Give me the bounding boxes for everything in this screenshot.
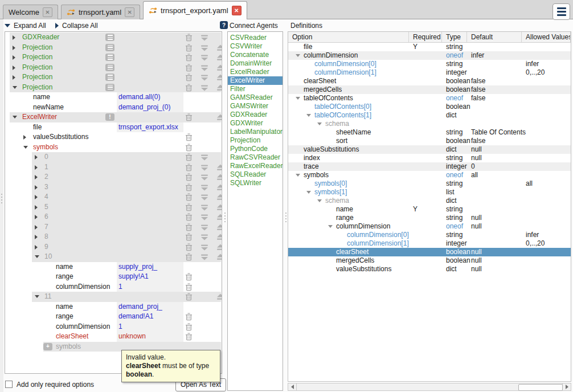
definitions-row[interactable]: columnDimension[1]integer0,..,20 xyxy=(288,68,571,77)
move-up-icon[interactable] xyxy=(216,64,222,72)
warning-icon[interactable]: ! xyxy=(105,113,114,121)
list-icon[interactable] xyxy=(105,44,114,51)
definitions-row[interactable]: indexstringnull xyxy=(288,154,571,162)
agent-item-projection[interactable]: Projection xyxy=(228,136,283,145)
agents-defs-splitter[interactable] xyxy=(284,31,287,391)
definitions-row[interactable]: valueSubstitutionsdictnull xyxy=(288,145,571,154)
chevron-right-icon[interactable] xyxy=(35,185,38,190)
definitions-row[interactable]: symbolsoneofall xyxy=(288,171,571,179)
move-up-icon[interactable] xyxy=(216,233,222,241)
chevron-right-icon[interactable] xyxy=(23,135,26,140)
agent-item-excelwriter[interactable]: ExcelWriter xyxy=(228,76,283,85)
option-value[interactable]: 1 xyxy=(117,282,183,292)
expand-all-button[interactable]: Expand All xyxy=(5,19,46,31)
chevron-right-icon[interactable] xyxy=(13,35,15,40)
tree-row[interactable]: 4 xyxy=(5,192,222,202)
agent-item-gamsreader[interactable]: GAMSReader xyxy=(228,93,283,102)
hamburger-menu-button[interactable] xyxy=(552,3,570,20)
list-icon[interactable] xyxy=(105,74,114,81)
move-up-icon[interactable] xyxy=(216,223,222,231)
option-value[interactable]: supply_proj_ xyxy=(117,262,183,272)
definitions-row[interactable]: fileYstring xyxy=(288,43,571,51)
scrollbar-thumb[interactable] xyxy=(518,384,563,391)
option-value[interactable]: trnsport_export.xlsx xyxy=(117,122,183,133)
tree-row[interactable]: Projection xyxy=(5,83,222,93)
column-header-default[interactable]: Default xyxy=(467,32,522,42)
definitions-row[interactable]: rangestringnull xyxy=(288,214,571,222)
definitions-row[interactable]: nameYstring xyxy=(288,205,571,214)
tree-row[interactable]: valueSubstitutions xyxy=(5,132,222,142)
definitions-row[interactable]: tableOfContents[0]boolean xyxy=(288,103,571,111)
move-up-icon[interactable] xyxy=(216,74,222,81)
move-down-icon[interactable] xyxy=(200,213,209,221)
move-down-icon[interactable] xyxy=(200,54,209,62)
chevron-right-icon[interactable] xyxy=(35,215,38,219)
trash-icon[interactable] xyxy=(184,54,193,62)
list-icon[interactable] xyxy=(105,54,114,61)
chevron-down-icon[interactable] xyxy=(13,116,17,119)
move-down-icon[interactable] xyxy=(200,84,209,92)
move-down-icon[interactable] xyxy=(200,183,209,191)
chevron-right-icon[interactable] xyxy=(35,175,38,179)
tree-row[interactable]: filetrnsport_export.xlsx xyxy=(5,122,222,133)
agent-item-csvreader[interactable]: CSVReader xyxy=(228,34,283,42)
move-up-icon[interactable] xyxy=(216,193,222,201)
chevron-right-icon[interactable] xyxy=(13,66,15,70)
move-up-icon[interactable] xyxy=(216,44,222,52)
move-down-icon[interactable] xyxy=(200,203,209,211)
horizontal-scrollbar[interactable] xyxy=(288,383,571,391)
move-up-icon[interactable] xyxy=(216,203,222,211)
chevron-down-icon[interactable] xyxy=(35,255,39,258)
tree-row[interactable]: 8 xyxy=(5,232,222,242)
definitions-row[interactable]: schema xyxy=(288,120,571,128)
add-item-icon[interactable]: + xyxy=(43,343,52,350)
agent-item-excelreader[interactable]: ExcelReader xyxy=(228,68,283,76)
list-icon[interactable] xyxy=(105,84,114,91)
chevron-right-icon[interactable] xyxy=(13,75,15,80)
trash-icon[interactable] xyxy=(184,133,193,141)
chevron-down-icon[interactable] xyxy=(35,295,39,298)
move-down-icon[interactable] xyxy=(200,74,209,81)
definitions-row[interactable]: columnDimensiononeofnull xyxy=(288,222,571,231)
move-down-icon[interactable] xyxy=(200,173,209,181)
chevron-down-icon[interactable] xyxy=(296,97,300,100)
tree-row[interactable]: newNamedemand_proj_(0) xyxy=(5,103,222,113)
tree-row[interactable]: 2 xyxy=(5,172,222,182)
definitions-row[interactable]: columnDimension[0]stringinfer xyxy=(288,231,571,239)
tab-close-icon[interactable]: ✕ xyxy=(125,7,134,17)
tree-row[interactable]: 5 xyxy=(5,202,222,213)
tab-trnsport-export-yaml[interactable]: trnsport_export.yaml✕ xyxy=(143,1,247,19)
tree-row[interactable]: 7 xyxy=(5,222,222,232)
agent-item-sqlwriter[interactable]: SQLWriter xyxy=(228,179,283,187)
move-up-icon[interactable] xyxy=(216,183,222,191)
definitions-row[interactable]: valueSubstitutionsdictnull xyxy=(288,265,571,273)
scroll-left-button[interactable] xyxy=(288,383,297,390)
tree-row[interactable]: 11 xyxy=(5,292,222,302)
chevron-right-icon[interactable] xyxy=(35,165,38,170)
chevron-down-icon[interactable] xyxy=(317,122,322,125)
tree-row[interactable]: Projection xyxy=(5,63,222,73)
option-value[interactable]: demand.all(0) xyxy=(117,92,183,103)
left-splitter[interactable] xyxy=(0,20,3,392)
agent-item-gdxreader[interactable]: GDXReader xyxy=(228,111,283,119)
chevron-down-icon[interactable] xyxy=(296,174,300,177)
move-up-icon[interactable] xyxy=(216,213,222,221)
chevron-right-icon[interactable] xyxy=(13,55,15,60)
agent-item-gamswriter[interactable]: GAMSWriter xyxy=(228,102,283,111)
trash-icon[interactable] xyxy=(184,243,193,251)
agent-item-pythoncode[interactable]: PythonCode xyxy=(228,145,283,153)
option-value[interactable]: demand_proj_(0) xyxy=(117,103,183,113)
trash-icon[interactable] xyxy=(184,183,193,191)
move-down-icon[interactable] xyxy=(200,243,209,251)
option-value[interactable]: 1 xyxy=(117,322,183,332)
chevron-down-icon[interactable] xyxy=(328,225,333,228)
trash-icon[interactable] xyxy=(184,253,193,261)
move-down-icon[interactable] xyxy=(200,193,209,201)
tab-close-icon[interactable]: ✕ xyxy=(232,6,242,15)
tree-row[interactable]: symbols xyxy=(5,142,222,153)
option-value[interactable]: unknown xyxy=(117,332,183,342)
definitions-row[interactable]: clearSheetbooleanfalse xyxy=(288,77,571,85)
tab-close-icon[interactable]: ✕ xyxy=(43,7,52,17)
trash-icon[interactable] xyxy=(184,333,193,341)
agent-item-sqlreader[interactable]: SQLReader xyxy=(228,170,283,179)
